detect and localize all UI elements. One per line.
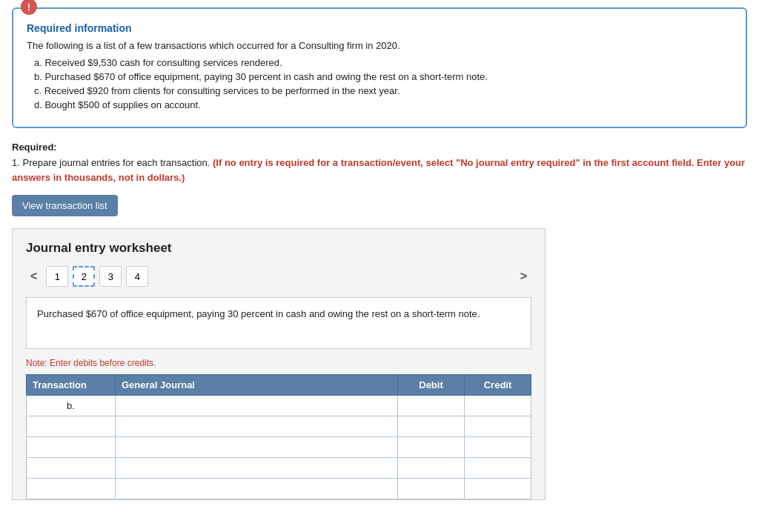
general-journal-input[interactable] (122, 400, 391, 411)
col-header-debit: Debit (398, 375, 465, 396)
transaction-description: Purchased $670 of office equipment, payi… (26, 297, 531, 349)
list-item: c. Received $920 from clients for consul… (34, 85, 732, 96)
tab-4[interactable]: 4 (126, 266, 148, 287)
table-row (27, 416, 531, 437)
note-text: Note: Enter debits before credits. (26, 358, 531, 368)
table-row: b. (27, 396, 531, 416)
info-box-intro: The following is a list of a few transac… (27, 40, 732, 51)
view-transactions-button[interactable]: View transaction list (12, 195, 118, 216)
credit-input[interactable] (471, 483, 525, 494)
general-journal-input[interactable] (122, 442, 391, 453)
general-journal-input[interactable] (122, 483, 391, 494)
general-journal-input[interactable] (122, 421, 391, 432)
general-journal-cell[interactable] (116, 437, 398, 458)
required-label: Required: (12, 142, 747, 153)
transaction-cell (27, 479, 116, 499)
debit-input[interactable] (404, 421, 458, 432)
info-box: ! Required information The following is … (12, 7, 747, 128)
debit-cell[interactable] (398, 479, 465, 499)
table-row (27, 479, 531, 499)
journal-table: Transaction General Journal Debit Credit… (26, 374, 531, 499)
table-row (27, 458, 531, 479)
list-item: d. Bought $500 of supplies on account. (34, 99, 732, 110)
instruction-normal: Prepare journal entries for each transac… (22, 157, 210, 168)
debit-input[interactable] (404, 442, 458, 453)
credit-cell[interactable] (465, 437, 531, 458)
col-header-general-journal: General Journal (116, 375, 398, 396)
credit-cell[interactable] (465, 396, 531, 416)
tab-2[interactable]: 2 (73, 266, 95, 287)
tab-3[interactable]: 3 (99, 266, 122, 287)
transaction-cell (27, 458, 116, 479)
tab-1[interactable]: 1 (46, 266, 68, 287)
debit-input[interactable] (404, 400, 458, 411)
general-journal-cell[interactable] (116, 416, 398, 437)
credit-input[interactable] (471, 400, 525, 411)
alert-icon: ! (21, 0, 37, 15)
general-journal-cell[interactable] (116, 458, 398, 479)
general-journal-input[interactable] (122, 462, 391, 473)
credit-cell[interactable] (465, 458, 531, 479)
debit-input[interactable] (404, 483, 458, 494)
worksheet-container: Journal entry worksheet < 1 2 3 4 > Purc… (12, 228, 546, 500)
transaction-cell (27, 416, 116, 437)
list-item: a. Received $9,530 cash for consulting s… (34, 57, 732, 68)
prev-arrow[interactable]: < (26, 268, 42, 285)
credit-cell[interactable] (465, 479, 531, 499)
info-box-title: Required information (27, 22, 732, 34)
debit-input[interactable] (404, 462, 458, 473)
required-section: Required: 1. Prepare journal entries for… (12, 142, 747, 184)
col-header-transaction: Transaction (27, 375, 116, 396)
debit-cell[interactable] (398, 458, 465, 479)
debit-cell[interactable] (398, 396, 465, 416)
credit-input[interactable] (471, 462, 525, 473)
debit-cell[interactable] (398, 437, 465, 458)
transaction-cell (27, 437, 116, 458)
col-header-credit: Credit (465, 375, 531, 396)
debit-cell[interactable] (398, 416, 465, 437)
worksheet-title: Journal entry worksheet (26, 241, 531, 256)
required-instruction: 1. Prepare journal entries for each tran… (12, 156, 747, 184)
credit-cell[interactable] (465, 416, 531, 437)
credit-input[interactable] (471, 421, 525, 432)
credit-input[interactable] (471, 442, 525, 453)
transaction-cell: b. (27, 396, 116, 416)
tab-navigation: < 1 2 3 4 > (26, 266, 531, 287)
next-arrow[interactable]: > (516, 268, 531, 285)
transaction-list: a. Received $9,530 cash for consulting s… (27, 57, 732, 110)
list-item: b. Purchased $670 of office equipment, p… (34, 71, 732, 82)
general-journal-cell[interactable] (116, 396, 398, 416)
general-journal-cell[interactable] (116, 479, 398, 499)
table-row (27, 437, 531, 458)
